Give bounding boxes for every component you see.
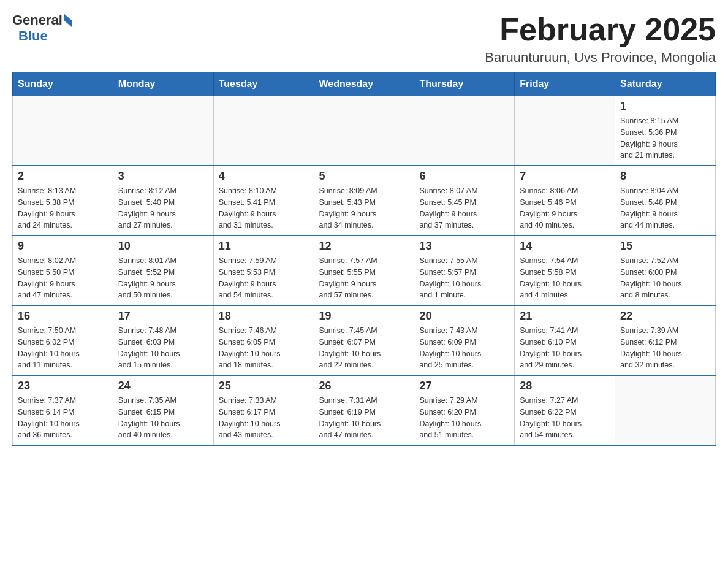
day-number: 16 [18, 310, 108, 323]
month-year-title: February 2025 [485, 12, 716, 47]
calendar-cell: 27Sunrise: 7:29 AM Sunset: 6:20 PM Dayli… [414, 375, 515, 445]
day-info: Sunrise: 7:31 AM Sunset: 6:19 PM Dayligh… [319, 395, 409, 441]
day-number: 2 [18, 170, 108, 183]
day-info: Sunrise: 7:41 AM Sunset: 6:10 PM Dayligh… [520, 325, 610, 371]
day-number: 25 [219, 380, 309, 393]
day-number: 22 [620, 310, 710, 323]
day-number: 14 [520, 240, 610, 253]
calendar-cell: 17Sunrise: 7:48 AM Sunset: 6:03 PM Dayli… [113, 305, 213, 375]
day-number: 11 [219, 240, 309, 253]
calendar-week-1: 1Sunrise: 8:15 AM Sunset: 5:36 PM Daylig… [13, 96, 716, 166]
day-info: Sunrise: 8:02 AM Sunset: 5:50 PM Dayligh… [18, 255, 108, 301]
calendar-cell: 15Sunrise: 7:52 AM Sunset: 6:00 PM Dayli… [615, 236, 716, 305]
day-info: Sunrise: 7:46 AM Sunset: 6:05 PM Dayligh… [219, 325, 309, 371]
calendar-week-5: 23Sunrise: 7:37 AM Sunset: 6:14 PM Dayli… [13, 375, 716, 445]
day-info: Sunrise: 8:12 AM Sunset: 5:40 PM Dayligh… [118, 185, 208, 231]
day-number: 18 [219, 310, 309, 323]
day-number: 19 [319, 310, 409, 323]
day-number: 21 [520, 310, 610, 323]
day-info: Sunrise: 7:27 AM Sunset: 6:22 PM Dayligh… [520, 395, 610, 441]
day-info: Sunrise: 7:54 AM Sunset: 5:58 PM Dayligh… [520, 255, 610, 301]
day-number: 24 [118, 380, 208, 393]
day-info: Sunrise: 8:04 AM Sunset: 5:48 PM Dayligh… [620, 185, 710, 231]
day-info: Sunrise: 8:01 AM Sunset: 5:52 PM Dayligh… [118, 255, 208, 301]
calendar-cell: 1Sunrise: 8:15 AM Sunset: 5:36 PM Daylig… [615, 96, 716, 166]
calendar-week-4: 16Sunrise: 7:50 AM Sunset: 6:02 PM Dayli… [13, 305, 716, 375]
day-number: 1 [620, 100, 710, 113]
day-number: 3 [118, 170, 208, 183]
day-info: Sunrise: 7:45 AM Sunset: 6:07 PM Dayligh… [319, 325, 409, 371]
calendar-cell: 10Sunrise: 8:01 AM Sunset: 5:52 PM Dayli… [113, 236, 213, 305]
day-number: 9 [18, 240, 108, 253]
calendar-cell [414, 96, 515, 166]
day-number: 8 [620, 170, 710, 183]
calendar-week-3: 9Sunrise: 8:02 AM Sunset: 5:50 PM Daylig… [13, 236, 716, 305]
day-number: 23 [18, 380, 108, 393]
day-info: Sunrise: 7:35 AM Sunset: 6:15 PM Dayligh… [118, 395, 208, 441]
day-info: Sunrise: 7:33 AM Sunset: 6:17 PM Dayligh… [219, 395, 309, 441]
day-number: 6 [419, 170, 509, 183]
day-info: Sunrise: 7:48 AM Sunset: 6:03 PM Dayligh… [118, 325, 208, 371]
calendar-cell: 12Sunrise: 7:57 AM Sunset: 5:55 PM Dayli… [314, 236, 414, 305]
calendar-cell: 9Sunrise: 8:02 AM Sunset: 5:50 PM Daylig… [13, 236, 113, 305]
day-number: 12 [319, 240, 409, 253]
day-info: Sunrise: 8:06 AM Sunset: 5:46 PM Dayligh… [520, 185, 610, 231]
calendar-cell: 3Sunrise: 8:12 AM Sunset: 5:40 PM Daylig… [113, 166, 213, 236]
weekday-header-row: SundayMondayTuesdayWednesdayThursdayFrid… [13, 72, 716, 96]
calendar-cell: 7Sunrise: 8:06 AM Sunset: 5:46 PM Daylig… [515, 166, 615, 236]
calendar-cell: 25Sunrise: 7:33 AM Sunset: 6:17 PM Dayli… [213, 375, 314, 445]
logo-general: General [12, 12, 63, 28]
calendar-cell: 20Sunrise: 7:43 AM Sunset: 6:09 PM Dayli… [414, 305, 515, 375]
calendar-cell: 22Sunrise: 7:39 AM Sunset: 6:12 PM Dayli… [615, 305, 716, 375]
day-number: 26 [319, 380, 409, 393]
calendar-cell: 4Sunrise: 8:10 AM Sunset: 5:41 PM Daylig… [213, 166, 314, 236]
weekday-header-friday: Friday [515, 72, 615, 96]
page-header: General Blue February 2025 Baruunturuun,… [12, 12, 716, 66]
logo: General Blue [12, 12, 72, 44]
calendar-cell [113, 96, 213, 166]
calendar-cell [615, 375, 716, 445]
calendar-table: SundayMondayTuesdayWednesdayThursdayFrid… [12, 72, 716, 446]
calendar-cell: 2Sunrise: 8:13 AM Sunset: 5:38 PM Daylig… [13, 166, 113, 236]
day-number: 15 [620, 240, 710, 253]
calendar-cell [213, 96, 314, 166]
day-number: 28 [520, 380, 610, 393]
calendar-cell: 6Sunrise: 8:07 AM Sunset: 5:45 PM Daylig… [414, 166, 515, 236]
calendar-cell: 21Sunrise: 7:41 AM Sunset: 6:10 PM Dayli… [515, 305, 615, 375]
day-info: Sunrise: 7:59 AM Sunset: 5:53 PM Dayligh… [219, 255, 309, 301]
weekday-header-wednesday: Wednesday [314, 72, 414, 96]
logo-blue: Blue [18, 28, 48, 44]
calendar-cell: 24Sunrise: 7:35 AM Sunset: 6:15 PM Dayli… [113, 375, 213, 445]
weekday-header-saturday: Saturday [615, 72, 716, 96]
calendar-cell [515, 96, 615, 166]
day-number: 17 [118, 310, 208, 323]
title-section: February 2025 Baruunturuun, Uvs Province… [485, 12, 716, 66]
weekday-header-sunday: Sunday [13, 72, 113, 96]
day-info: Sunrise: 7:37 AM Sunset: 6:14 PM Dayligh… [18, 395, 108, 441]
day-info: Sunrise: 7:52 AM Sunset: 6:00 PM Dayligh… [620, 255, 710, 301]
day-info: Sunrise: 7:39 AM Sunset: 6:12 PM Dayligh… [620, 325, 710, 371]
day-number: 20 [419, 310, 509, 323]
day-info: Sunrise: 7:29 AM Sunset: 6:20 PM Dayligh… [419, 395, 509, 441]
day-number: 5 [319, 170, 409, 183]
day-number: 4 [219, 170, 309, 183]
calendar-cell: 14Sunrise: 7:54 AM Sunset: 5:58 PM Dayli… [515, 236, 615, 305]
day-info: Sunrise: 8:09 AM Sunset: 5:43 PM Dayligh… [319, 185, 409, 231]
day-number: 10 [118, 240, 208, 253]
day-info: Sunrise: 7:57 AM Sunset: 5:55 PM Dayligh… [319, 255, 409, 301]
location-subtitle: Baruunturuun, Uvs Province, Mongolia [485, 50, 716, 66]
weekday-header-monday: Monday [113, 72, 213, 96]
weekday-header-tuesday: Tuesday [213, 72, 314, 96]
weekday-header-thursday: Thursday [414, 72, 515, 96]
calendar-cell: 18Sunrise: 7:46 AM Sunset: 6:05 PM Dayli… [213, 305, 314, 375]
day-info: Sunrise: 8:10 AM Sunset: 5:41 PM Dayligh… [219, 185, 309, 231]
day-number: 13 [419, 240, 509, 253]
calendar-cell: 26Sunrise: 7:31 AM Sunset: 6:19 PM Dayli… [314, 375, 414, 445]
day-info: Sunrise: 8:13 AM Sunset: 5:38 PM Dayligh… [18, 185, 108, 231]
calendar-cell: 5Sunrise: 8:09 AM Sunset: 5:43 PM Daylig… [314, 166, 414, 236]
calendar-cell: 16Sunrise: 7:50 AM Sunset: 6:02 PM Dayli… [13, 305, 113, 375]
calendar-week-2: 2Sunrise: 8:13 AM Sunset: 5:38 PM Daylig… [13, 166, 716, 236]
day-info: Sunrise: 7:55 AM Sunset: 5:57 PM Dayligh… [419, 255, 509, 301]
day-number: 27 [419, 380, 509, 393]
calendar-cell: 8Sunrise: 8:04 AM Sunset: 5:48 PM Daylig… [615, 166, 716, 236]
